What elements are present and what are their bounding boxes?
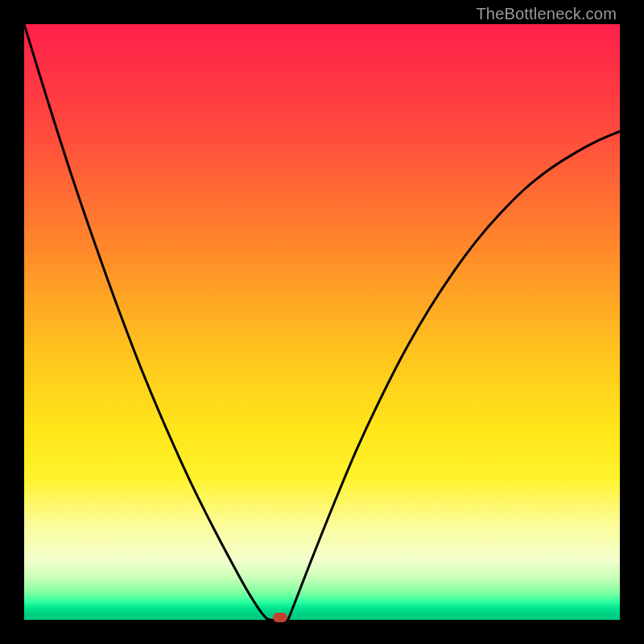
chart-frame: TheBottleneck.com: [0, 0, 644, 644]
bottleneck-curve: [24, 24, 620, 620]
plot-area: [24, 24, 620, 620]
optimal-point-marker: [273, 613, 287, 622]
watermark-text: TheBottleneck.com: [476, 5, 617, 23]
